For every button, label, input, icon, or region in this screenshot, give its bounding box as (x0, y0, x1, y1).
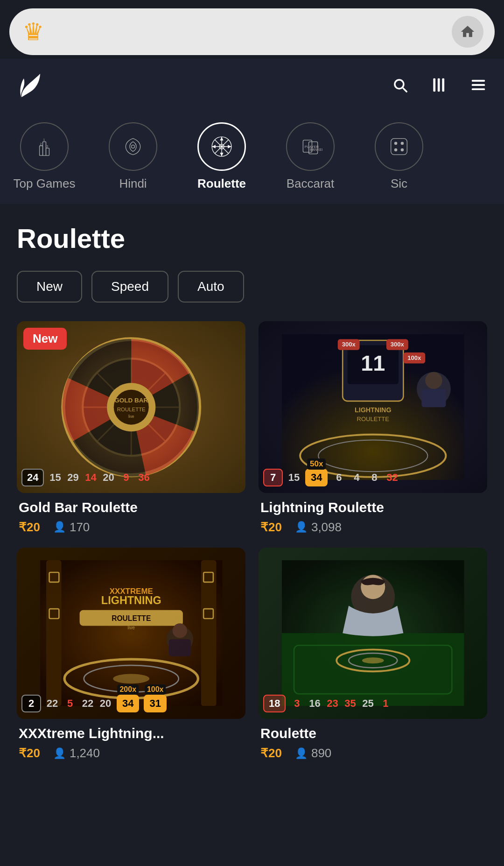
svg-text:300x: 300x (342, 341, 356, 348)
filter-speed[interactable]: Speed (91, 271, 168, 303)
svg-rect-5 (472, 88, 485, 90)
game-meta-lightning: ₹20 👤 3,098 (260, 520, 485, 535)
num-5: 9 (119, 472, 133, 484)
filter-new[interactable]: New (17, 271, 82, 303)
xx-num-5: 34 (117, 695, 139, 712)
player-icon: 👤 (53, 521, 66, 533)
game-thumb-gold-bar: New (17, 321, 245, 493)
number-strip-gold-bar: 24 15 29 14 20 9 36 (21, 469, 241, 486)
game-name-xxxtreme: XXXtreme Lightning... (19, 725, 244, 741)
svg-rect-77 (169, 639, 191, 656)
svg-rect-7 (43, 142, 46, 155)
xx-num-1: 22 (46, 697, 59, 710)
game-card-lightning[interactable]: 11 300x 300x 100x LIGHTNING ROULETTE (259, 321, 487, 535)
library-icon[interactable] (430, 76, 448, 96)
game-name-roulette2: Roulette (260, 725, 485, 741)
number-strip-xxxtreme: 2 22 5 22 20 200x 34 100x 31 (21, 695, 241, 712)
game-players-gold-bar: 👤 170 (53, 520, 90, 535)
logo (17, 69, 44, 103)
game-meta-roulette2: ₹20 👤 890 (260, 746, 485, 760)
xx-num-6-wrap: 100x 31 (144, 695, 166, 712)
roulette-label: Roulette (197, 176, 246, 191)
xx-num-4: 20 (99, 697, 112, 710)
svg-marker-20 (220, 153, 223, 155)
svg-marker-22 (228, 145, 231, 148)
category-sic[interactable]: Sic (355, 122, 443, 191)
ln-num-3: 6 (332, 472, 345, 484)
category-roulette[interactable]: Roulette (177, 122, 266, 191)
category-baccarat[interactable]: PLAYER BANKER Baccarat (266, 122, 355, 191)
page-content: Roulette New Speed Auto New (0, 204, 504, 779)
roulette-icon-wrap (197, 122, 246, 171)
svg-point-28 (394, 142, 397, 144)
ln-num-2-wrap: 50x 34 (305, 469, 328, 486)
svg-text:GOLD BAR: GOLD BAR (114, 396, 148, 403)
hindi-icon-wrap (109, 122, 157, 171)
games-grid: New (17, 321, 487, 760)
ln-num-5: 8 (368, 472, 381, 484)
xx-num-3: 22 (81, 697, 94, 710)
num-3: 14 (84, 472, 97, 484)
filter-auto[interactable]: Auto (178, 271, 244, 303)
svg-text:ROULETTE: ROULETTE (112, 614, 151, 622)
header-icons (391, 76, 487, 96)
r2-num-1: 3 (290, 697, 303, 710)
game-info-lightning: Lightning Roulette ₹20 👤 3,098 (259, 493, 487, 535)
number-strip-lightning: 7 15 50x 34 6 4 8 32 (263, 469, 483, 486)
num-2: 29 (66, 472, 79, 484)
svg-marker-21 (213, 145, 215, 148)
game-players-roulette2: 👤 890 (295, 746, 331, 760)
game-players-xxxtreme: 👤 1,240 (53, 746, 100, 760)
r2-num-5: 25 (361, 697, 374, 710)
menu-icon[interactable] (469, 76, 487, 96)
game-price-lightning: ₹20 (260, 520, 282, 535)
game-thumb-roulette2: 18 3 16 23 35 25 1 (259, 548, 487, 719)
top-games-label: Top Games (14, 176, 76, 191)
game-info-xxxtreme: XXXtreme Lightning... ₹20 👤 1,240 (17, 719, 245, 760)
svg-rect-8 (46, 148, 49, 155)
svg-rect-1 (438, 78, 440, 92)
game-price-gold-bar: ₹20 (19, 520, 40, 535)
xx-num-0: 2 (21, 695, 41, 712)
game-card-gold-bar[interactable]: New (17, 321, 245, 535)
svg-point-76 (173, 623, 187, 638)
xx-num-2: 5 (63, 697, 77, 710)
page-title: Roulette (17, 223, 487, 254)
r2-num-0: 18 (263, 695, 286, 712)
svg-rect-59 (421, 389, 446, 407)
num-6: 36 (137, 472, 150, 484)
r2-num-3: 23 (326, 697, 339, 710)
crown-icon: ♛ (22, 18, 44, 46)
svg-text:11: 11 (361, 351, 385, 375)
num-0: 24 (21, 469, 44, 486)
baccarat-label: Baccarat (287, 176, 335, 191)
svg-point-31 (401, 148, 403, 151)
sic-label: Sic (391, 176, 407, 191)
top-games-icon-wrap: 2 1 3 (20, 122, 69, 171)
svg-point-30 (394, 148, 397, 151)
svg-rect-27 (391, 139, 407, 155)
home-button[interactable] (452, 16, 483, 48)
svg-point-58 (425, 372, 442, 388)
ln-num-4: 4 (350, 472, 363, 484)
svg-rect-2 (442, 78, 444, 92)
player-icon-2: 👤 (295, 521, 308, 533)
category-top-games[interactable]: 2 1 3 Top Games (0, 122, 89, 191)
svg-point-74 (113, 674, 149, 683)
browser-bar: ♛ (9, 8, 495, 55)
svg-text:ROULETTE: ROULETTE (117, 406, 145, 412)
num-1: 15 (49, 472, 62, 484)
hindi-label: Hindi (119, 176, 147, 191)
game-price-xxxtreme: ₹20 (19, 746, 40, 760)
game-card-roulette2[interactable]: 18 3 16 23 35 25 1 Roulette ₹20 👤 890 (259, 548, 487, 761)
game-card-xxxtreme[interactable]: XXXTREME LIGHTNING ROULETTE live (17, 548, 245, 761)
svg-text:1: 1 (43, 138, 45, 141)
baccarat-icon-wrap: PLAYER BANKER (286, 122, 335, 171)
category-hindi[interactable]: Hindi (89, 122, 177, 191)
search-icon[interactable] (391, 76, 409, 96)
svg-text:LIGHTNING: LIGHTNING (355, 406, 392, 413)
header (0, 59, 504, 113)
game-name-gold-bar: Gold Bar Roulette (19, 500, 244, 515)
ln-num-0: 7 (263, 469, 283, 486)
svg-marker-19 (220, 138, 223, 140)
